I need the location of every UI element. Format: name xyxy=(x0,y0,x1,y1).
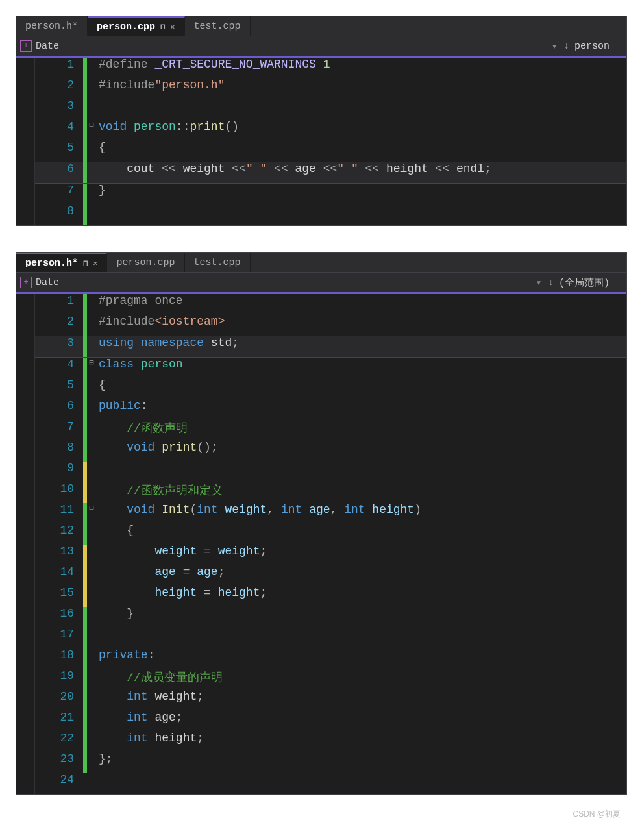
code-line[interactable]: 2#include"person.h" xyxy=(35,79,626,99)
code-line[interactable]: 10 //函数声明和定义 xyxy=(35,482,626,503)
code-text[interactable]: int age; xyxy=(96,711,626,732)
line-number: 24 xyxy=(35,773,83,794)
code-line[interactable]: 6 cout << weight <<" " << age <<" " << h… xyxy=(35,162,626,184)
code-text[interactable]: { xyxy=(96,378,626,399)
pin-icon[interactable]: ⊓ xyxy=(83,258,88,268)
code-text[interactable]: #pragma once xyxy=(96,294,626,315)
code-line[interactable]: 20 int weight; xyxy=(35,690,626,711)
code-text[interactable]: } xyxy=(96,607,626,628)
code-text[interactable]: void print(); xyxy=(96,441,626,462)
close-icon[interactable]: ✕ xyxy=(93,258,97,268)
code-text[interactable]: #define _CRT_SECURE_NO_WARNINGS 1 xyxy=(96,58,626,79)
code-line[interactable]: 21 int age; xyxy=(35,711,626,732)
code-text[interactable]: //函数声明 xyxy=(96,420,626,441)
code-line[interactable]: 11⊟ void Init(int weight, int age, int h… xyxy=(35,503,626,524)
pin-icon[interactable]: ⊓ xyxy=(160,22,165,32)
code-line[interactable]: 2#include<iostream> xyxy=(35,315,626,336)
code-text[interactable] xyxy=(96,462,626,482)
fold-toggle xyxy=(87,420,96,441)
code-text[interactable]: cout << weight <<" " << age <<" " << hei… xyxy=(96,162,626,183)
code-text[interactable]: class person xyxy=(96,358,626,378)
code-text[interactable]: height = height; xyxy=(96,586,626,607)
code-line[interactable]: 5{ xyxy=(35,378,626,399)
code-editor[interactable]: 1#define _CRT_SECURE_NO_WARNINGS 12#incl… xyxy=(16,58,626,225)
code-line[interactable]: 4⊟void person::print() xyxy=(35,120,626,141)
code-text[interactable]: age = age; xyxy=(96,565,626,586)
code-line[interactable]: 3using namespace std; xyxy=(35,336,626,358)
breakpoint-margin[interactable] xyxy=(16,294,35,794)
member-selector[interactable]: ↓person xyxy=(564,41,622,52)
close-icon[interactable]: ✕ xyxy=(170,22,175,32)
line-number: 2 xyxy=(35,79,83,99)
tab-person-cpp[interactable]: person.cpp⊓✕ xyxy=(88,16,184,36)
code-text[interactable]: int weight; xyxy=(96,690,626,711)
code-line[interactable]: 1#define _CRT_SECURE_NO_WARNINGS 1 xyxy=(35,58,626,79)
code-text[interactable]: //成员变量的声明 xyxy=(96,669,626,690)
line-number: 23 xyxy=(35,752,83,773)
line-number: 13 xyxy=(35,545,83,565)
code-line[interactable]: 17 xyxy=(35,628,626,649)
member-selector[interactable]: ↓(全局范围) xyxy=(548,277,622,289)
code-line[interactable]: 4⊟class person xyxy=(35,358,626,378)
code-line[interactable]: 15 height = height; xyxy=(35,586,626,607)
code-line[interactable]: 9 xyxy=(35,462,626,482)
code-line[interactable]: 8 xyxy=(35,204,626,225)
code-line[interactable]: 16 } xyxy=(35,607,626,628)
code-text[interactable] xyxy=(96,204,626,225)
code-text[interactable]: using namespace std; xyxy=(96,336,626,357)
code-line[interactable]: 5{ xyxy=(35,141,626,162)
tab-test-cpp[interactable]: test.cpp xyxy=(185,16,251,36)
code-text[interactable]: //函数声明和定义 xyxy=(96,482,626,503)
fold-toggle[interactable]: ⊟ xyxy=(87,358,96,378)
code-line[interactable]: 22 int height; xyxy=(35,732,626,752)
scope-selector[interactable]: +Date xyxy=(20,40,545,52)
fold-toggle xyxy=(87,378,96,399)
tab-person-h-[interactable]: person.h*⊓✕ xyxy=(16,253,107,272)
code-text[interactable]: { xyxy=(96,141,626,162)
line-number: 7 xyxy=(35,420,83,441)
breakpoint-margin[interactable] xyxy=(16,58,35,225)
line-number: 9 xyxy=(35,462,83,482)
code-line[interactable]: 8 void print(); xyxy=(35,441,626,462)
code-line[interactable]: 24 xyxy=(35,773,626,794)
code-text[interactable]: void person::print() xyxy=(96,120,626,141)
code-text[interactable] xyxy=(96,99,626,120)
code-line[interactable]: 23}; xyxy=(35,752,626,773)
code-text[interactable] xyxy=(96,773,626,794)
code-text[interactable]: }; xyxy=(96,752,626,773)
code-text[interactable]: #include<iostream> xyxy=(96,315,626,336)
code-text[interactable] xyxy=(96,628,626,649)
code-editor[interactable]: 1#pragma once2#include<iostream>3using n… xyxy=(16,294,626,794)
fold-toggle[interactable]: ⊟ xyxy=(87,503,96,524)
chevron-down-icon[interactable]: ▾ xyxy=(545,40,564,53)
scope-selector[interactable]: +Date xyxy=(20,277,530,288)
code-line[interactable]: 18private: xyxy=(35,649,626,669)
code-text[interactable]: int height; xyxy=(96,732,626,752)
fold-toggle xyxy=(87,628,96,649)
fold-toggle[interactable]: ⊟ xyxy=(87,120,96,141)
line-number: 22 xyxy=(35,732,83,752)
code-text[interactable]: private: xyxy=(96,649,626,669)
code-line[interactable]: 1#pragma once xyxy=(35,294,626,315)
code-line[interactable]: 7} xyxy=(35,184,626,204)
line-number: 19 xyxy=(35,669,83,690)
watermark: CSDN @初夏 xyxy=(16,809,624,820)
line-number: 3 xyxy=(35,99,83,120)
code-text[interactable]: public: xyxy=(96,399,626,420)
code-line[interactable]: 6public: xyxy=(35,399,626,420)
code-line[interactable]: 7 //函数声明 xyxy=(35,420,626,441)
code-line[interactable]: 14 age = age; xyxy=(35,565,626,586)
code-line[interactable]: 19 //成员变量的声明 xyxy=(35,669,626,690)
code-line[interactable]: 12 { xyxy=(35,524,626,545)
code-text[interactable]: { xyxy=(96,524,626,545)
code-text[interactable]: weight = weight; xyxy=(96,545,626,565)
code-line[interactable]: 13 weight = weight; xyxy=(35,545,626,565)
code-text[interactable]: void Init(int weight, int age, int heigh… xyxy=(96,503,626,524)
code-text[interactable]: } xyxy=(96,184,626,204)
chevron-down-icon[interactable]: ▾ xyxy=(530,277,548,289)
code-line[interactable]: 3 xyxy=(35,99,626,120)
code-text[interactable]: #include"person.h" xyxy=(96,79,626,99)
tab-person-cpp[interactable]: person.cpp xyxy=(107,253,184,272)
tab-person-h-[interactable]: person.h* xyxy=(16,16,88,36)
tab-test-cpp[interactable]: test.cpp xyxy=(185,253,251,272)
